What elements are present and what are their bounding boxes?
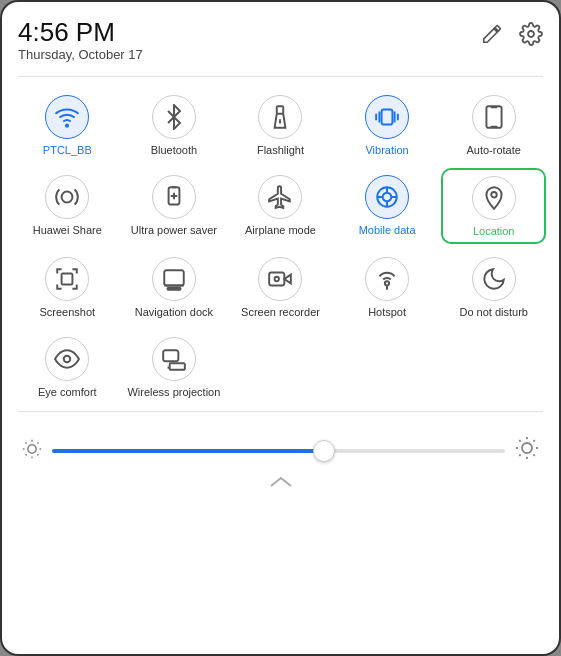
wireless-proj-icon bbox=[152, 337, 196, 381]
tile-autorotate[interactable]: Auto-rotate bbox=[440, 87, 547, 163]
time-display: 4:56 PM bbox=[18, 18, 143, 47]
tile-autorotate-label: Auto-rotate bbox=[466, 144, 520, 157]
date-display: Thursday, October 17 bbox=[18, 47, 143, 62]
svg-point-1 bbox=[66, 124, 68, 126]
svg-point-0 bbox=[528, 31, 534, 37]
tile-eye-comfort-label: Eye comfort bbox=[38, 386, 97, 399]
eye-comfort-icon bbox=[45, 337, 89, 381]
screenshot-icon bbox=[45, 257, 89, 301]
brightness-fill bbox=[52, 449, 324, 453]
airplane-icon bbox=[258, 175, 302, 219]
tile-wireless-proj-label: Wireless projection bbox=[127, 386, 220, 399]
brightness-row bbox=[14, 426, 547, 470]
svg-rect-25 bbox=[167, 288, 180, 290]
svg-rect-2 bbox=[277, 106, 284, 114]
tile-dnd-label: Do not disturb bbox=[459, 306, 527, 319]
svg-point-16 bbox=[383, 192, 392, 201]
tile-mobile-data-label: Mobile data bbox=[359, 224, 416, 237]
brightness-thumb[interactable] bbox=[313, 440, 335, 462]
bottom-chevron[interactable] bbox=[14, 470, 547, 490]
svg-line-47 bbox=[519, 441, 520, 442]
tile-wireless-proj[interactable]: Wireless projection bbox=[121, 329, 228, 405]
time-block: 4:56 PM Thursday, October 17 bbox=[18, 18, 143, 62]
svg-line-43 bbox=[37, 442, 38, 443]
tile-dnd[interactable]: Do not disturb bbox=[440, 249, 547, 325]
brightness-divider bbox=[18, 411, 543, 412]
tile-screen-recorder-label: Screen recorder bbox=[241, 306, 320, 319]
tile-ultra-power[interactable]: Ultra power saver bbox=[121, 167, 228, 245]
svg-rect-9 bbox=[486, 106, 501, 128]
brightness-track[interactable] bbox=[52, 449, 505, 453]
divider bbox=[18, 76, 543, 77]
phone-container: 4:56 PM Thursday, October 17 bbox=[0, 0, 561, 656]
edit-icon[interactable] bbox=[481, 23, 503, 50]
huawei-share-icon bbox=[45, 175, 89, 219]
flashlight-icon bbox=[258, 95, 302, 139]
tile-huawei-share-label: Huawei Share bbox=[33, 224, 102, 237]
autorotate-icon bbox=[472, 95, 516, 139]
tile-eye-comfort[interactable]: Eye comfort bbox=[14, 329, 121, 405]
brightness-low-icon bbox=[22, 439, 42, 464]
svg-rect-32 bbox=[163, 350, 178, 361]
svg-line-52 bbox=[533, 441, 534, 442]
tile-vibration[interactable]: Vibration bbox=[334, 87, 441, 163]
tile-empty-2 bbox=[334, 329, 441, 405]
tile-screenshot-label: Screenshot bbox=[39, 306, 95, 319]
tile-empty-3 bbox=[440, 329, 547, 405]
svg-line-48 bbox=[533, 455, 534, 456]
tile-location-label: Location bbox=[473, 225, 515, 238]
tile-screenshot[interactable]: Screenshot bbox=[14, 249, 121, 325]
ultra-power-icon bbox=[152, 175, 196, 219]
tile-wifi[interactable]: PTCL_BB bbox=[14, 87, 121, 163]
svg-line-39 bbox=[37, 454, 38, 455]
tile-bluetooth-label: Bluetooth bbox=[151, 144, 197, 157]
tile-vibration-label: Vibration bbox=[365, 144, 408, 157]
tile-ultra-power-label: Ultra power saver bbox=[131, 224, 217, 237]
svg-line-51 bbox=[519, 455, 520, 456]
quick-settings-grid: PTCL_BB Bluetooth Flashlight bbox=[14, 87, 547, 406]
settings-icon[interactable] bbox=[519, 22, 543, 51]
tile-bluetooth[interactable]: Bluetooth bbox=[121, 87, 228, 163]
svg-rect-4 bbox=[382, 109, 393, 124]
tile-hotspot-label: Hotspot bbox=[368, 306, 406, 319]
header-icons bbox=[481, 22, 543, 51]
vibration-icon bbox=[365, 95, 409, 139]
svg-rect-23 bbox=[164, 270, 184, 285]
tile-hotspot[interactable]: Hotspot bbox=[334, 249, 441, 325]
svg-point-31 bbox=[64, 356, 71, 363]
svg-point-29 bbox=[385, 281, 389, 285]
svg-rect-33 bbox=[170, 363, 185, 370]
tile-wifi-label: PTCL_BB bbox=[43, 144, 92, 157]
wifi-icon bbox=[45, 95, 89, 139]
tile-empty-1 bbox=[227, 329, 334, 405]
tile-airplane-label: Airplane mode bbox=[245, 224, 316, 237]
tile-nav-dock-label: Navigation dock bbox=[135, 306, 213, 319]
brightness-high-icon bbox=[515, 436, 539, 466]
svg-line-38 bbox=[26, 442, 27, 443]
svg-rect-22 bbox=[62, 274, 73, 285]
svg-rect-26 bbox=[270, 272, 285, 285]
dnd-icon bbox=[472, 257, 516, 301]
tile-flashlight-label: Flashlight bbox=[257, 144, 304, 157]
svg-point-35 bbox=[28, 445, 36, 453]
svg-line-42 bbox=[26, 454, 27, 455]
tile-mobile-data[interactable]: Mobile data bbox=[334, 167, 441, 245]
tile-huawei-share[interactable]: Huawei Share bbox=[14, 167, 121, 245]
svg-point-10 bbox=[62, 191, 73, 202]
tile-screen-recorder[interactable]: Screen recorder bbox=[227, 249, 334, 325]
screen-recorder-icon bbox=[258, 257, 302, 301]
tile-flashlight[interactable]: Flashlight bbox=[227, 87, 334, 163]
tile-location[interactable]: Location bbox=[441, 168, 546, 244]
location-icon bbox=[472, 176, 516, 220]
header: 4:56 PM Thursday, October 17 bbox=[14, 18, 547, 62]
svg-point-44 bbox=[522, 443, 532, 453]
hotspot-icon bbox=[365, 257, 409, 301]
bluetooth-icon bbox=[152, 95, 196, 139]
tile-airplane[interactable]: Airplane mode bbox=[227, 167, 334, 245]
tile-nav-dock[interactable]: Navigation dock bbox=[121, 249, 228, 325]
svg-point-28 bbox=[275, 277, 279, 281]
svg-point-21 bbox=[491, 192, 496, 197]
svg-marker-27 bbox=[285, 275, 292, 284]
mobile-data-icon bbox=[365, 175, 409, 219]
nav-dock-icon bbox=[152, 257, 196, 301]
